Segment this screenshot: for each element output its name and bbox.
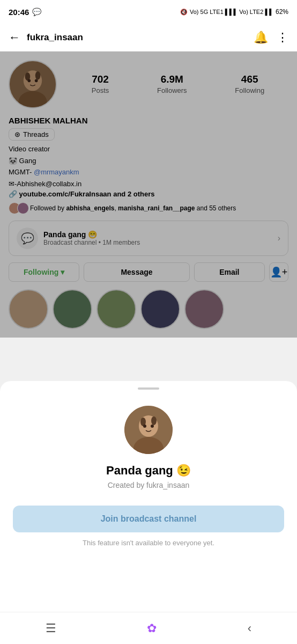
bio-mgmt: MGMT- @mrmayankm [9, 167, 288, 178]
followers-count: 6.9M [157, 74, 187, 85]
svg-point-6 [35, 79, 38, 82]
sheet-handle [138, 387, 159, 390]
svg-point-13 [151, 425, 154, 428]
join-broadcast-button[interactable]: Join broadcast channel [13, 506, 284, 532]
bio-gang: 🐼 Gang [9, 156, 288, 166]
profile-avatar[interactable] [9, 60, 57, 108]
broadcast-title: Panda gang 😁 [43, 230, 278, 239]
action-buttons-row: Following ▾ Message Email 👤+ [9, 262, 288, 282]
posts-label: Posts [92, 86, 109, 94]
highlight-item[interactable] [140, 289, 180, 329]
followers-stat[interactable]: 6.9M Followers [157, 74, 187, 95]
following-stat[interactable]: 465 Following [235, 74, 264, 95]
followed-by-text: Followed by abhisha_engels, manisha_rani… [30, 204, 236, 212]
highlight-item[interactable] [53, 289, 92, 329]
profile-section: 702 Posts 6.9M Followers 465 Following A… [0, 52, 297, 338]
avatar-container [9, 60, 57, 108]
profile-info-row: 702 Posts 6.9M Followers 465 Following [9, 60, 288, 108]
bottom-sheet: Panda gang 😉 Created by fukra_insaan Joi… [0, 381, 297, 644]
more-options-icon[interactable]: ⋮ [277, 31, 288, 45]
bottom-sheet-overlay: Panda gang 😉 Created by fukra_insaan Joi… [0, 354, 297, 644]
highlight-item[interactable] [184, 289, 224, 329]
posts-stat[interactable]: 702 Posts [92, 74, 109, 95]
nav-home-icon[interactable]: ✿ [147, 621, 157, 635]
message-button[interactable]: Message [84, 262, 189, 282]
broadcast-info: Panda gang 😁 Broadcast channel • 1M memb… [43, 230, 278, 246]
email-button[interactable]: Email [194, 262, 265, 282]
status-icons: 🔇 Vo) 5G LTE1 ▌▌▌ Vo) LTE2 ▌▌ 62% [180, 8, 288, 16]
nav-menu-icon[interactable]: ☰ [46, 621, 56, 635]
sheet-channel-name: Panda gang 😉 [106, 464, 191, 478]
feature-notice: This feature isn't available to everyone… [83, 539, 214, 547]
followers-label: Followers [157, 86, 187, 94]
highlight-item[interactable] [96, 289, 136, 329]
threads-badge[interactable]: ⊛ Threads [9, 128, 55, 141]
message-icon: 💬 [32, 8, 41, 16]
battery-icon: 62% [276, 8, 288, 16]
notification-bell-icon[interactable]: 🔔 [254, 31, 268, 45]
bottom-navigation: ☰ ✿ ‹ [0, 612, 297, 644]
mute-icon: 🔇 [180, 9, 188, 16]
broadcast-chevron-icon: › [278, 233, 280, 243]
threads-label: Threads [23, 130, 49, 138]
back-button[interactable]: ← [9, 31, 20, 45]
bio-email: ✉-Abhishek@collabx.in [9, 179, 288, 189]
sheet-created-by: Created by fukra_insaan [108, 481, 190, 489]
broadcast-channel-banner[interactable]: 💬 Panda gang 😁 Broadcast channel • 1M me… [9, 221, 288, 256]
svg-point-12 [143, 425, 146, 428]
following-label: Following [235, 86, 264, 94]
followed-avatars [9, 202, 26, 214]
bio-role: Video creator [9, 144, 288, 155]
highlights-row [9, 289, 288, 329]
stats-row: 702 Posts 6.9M Followers 465 Following [68, 74, 288, 95]
profile-name: ABHISHEK MALHAN [9, 116, 288, 125]
nav-back-icon[interactable]: ‹ [248, 621, 251, 635]
add-person-icon: 👤+ [270, 266, 288, 278]
profile-header: ← fukra_insaan 🔔 ⋮ [0, 24, 297, 52]
svg-point-4 [35, 71, 41, 79]
add-person-button[interactable]: 👤+ [269, 262, 288, 282]
highlight-item[interactable] [9, 289, 48, 329]
broadcast-subtitle: Broadcast channel • 1M members [43, 239, 278, 246]
following-button[interactable]: Following ▾ [9, 262, 79, 282]
bio-link[interactable]: 🔗 youtube.com/c/FukraInsaan and 2 others [9, 190, 288, 198]
svg-point-11 [151, 416, 157, 425]
posts-count: 702 [92, 74, 109, 85]
sheet-channel-avatar [124, 406, 173, 454]
status-time: 20:46 [9, 8, 29, 17]
following-count: 465 [235, 74, 264, 85]
header-icons: 🔔 ⋮ [254, 31, 288, 45]
threads-icon: ⊛ [14, 130, 20, 138]
header-username: fukra_insaan [27, 32, 254, 43]
followed-by-row: Followed by abhisha_engels, manisha_rani… [9, 202, 288, 214]
broadcast-icon: 💬 [17, 228, 38, 249]
status-bar: 20:46 💬 🔇 Vo) 5G LTE1 ▌▌▌ Vo) LTE2 ▌▌ 62… [0, 0, 297, 24]
signal-icons: Vo) 5G LTE1 ▌▌▌ Vo) LTE2 ▌▌ [190, 9, 273, 15]
svg-point-5 [27, 79, 31, 82]
